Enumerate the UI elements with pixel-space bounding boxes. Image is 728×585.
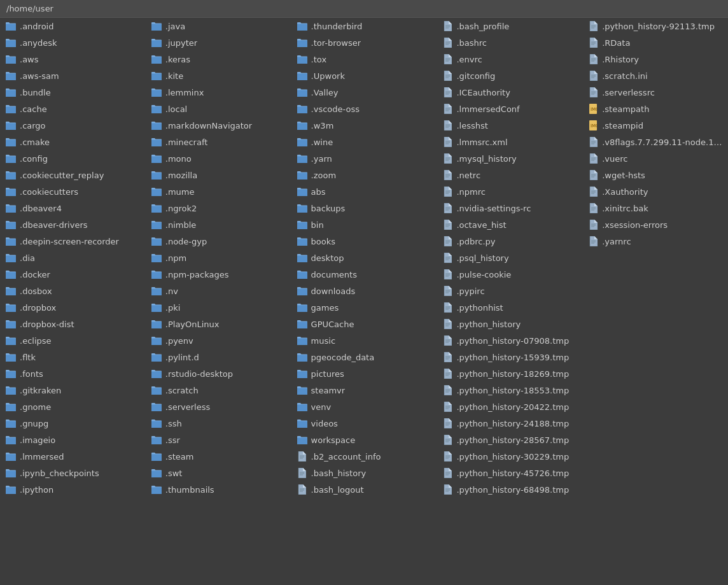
- file-item[interactable]: .python_history-20422.tmp: [437, 398, 582, 415]
- file-item[interactable]: .xinitrc.bak: [582, 200, 728, 216]
- file-item[interactable]: .steam: [146, 448, 291, 465]
- file-item[interactable]: .local: [146, 101, 291, 117]
- file-item[interactable]: .w3m: [291, 117, 437, 134]
- file-item[interactable]: .nimble: [146, 216, 291, 233]
- file-item[interactable]: .bash_history: [291, 465, 437, 481]
- file-item[interactable]: .v8flags.7.7.299.11-node.12.e: [582, 134, 728, 150]
- file-item[interactable]: .pyenv: [146, 332, 291, 349]
- file-item[interactable]: .Xauthority: [582, 183, 728, 200]
- file-item[interactable]: .eclipse: [0, 332, 146, 349]
- file-item[interactable]: .python_history-30229.tmp: [437, 448, 582, 465]
- file-item[interactable]: .mono: [146, 150, 291, 167]
- file-item[interactable]: .cmake: [0, 134, 146, 150]
- file-item[interactable]: .zoom: [291, 167, 437, 183]
- file-item[interactable]: .envrc: [437, 51, 582, 67]
- file-item[interactable]: .serverless: [146, 398, 291, 415]
- file-item[interactable]: .python_history-15939.tmp: [437, 349, 582, 365]
- file-item[interactable]: .lesshst: [437, 117, 582, 134]
- file-item[interactable]: downloads: [291, 283, 437, 299]
- file-item[interactable]: .android: [0, 18, 146, 34]
- file-item[interactable]: .ipynb_checkpoints: [0, 465, 146, 481]
- file-item[interactable]: .fltk: [0, 349, 146, 365]
- file-item[interactable]: videos: [291, 415, 437, 432]
- file-item[interactable]: abs: [291, 183, 437, 200]
- file-item[interactable]: .fonts: [0, 365, 146, 382]
- file-item[interactable]: .lemminx: [146, 84, 291, 101]
- file-item[interactable]: .pki: [146, 299, 291, 316]
- file-item[interactable]: steamvr: [291, 382, 437, 398]
- file-item[interactable]: .thumbnails: [146, 481, 291, 498]
- file-item[interactable]: .python_history-18553.tmp: [437, 382, 582, 398]
- file-item[interactable]: .bash_profile: [437, 18, 582, 34]
- file-item[interactable]: .swt: [146, 465, 291, 481]
- file-item[interactable]: IMG .steampid: [582, 117, 728, 134]
- file-item[interactable]: .keras: [146, 51, 291, 67]
- file-item[interactable]: .aws-sam: [0, 67, 146, 84]
- file-item[interactable]: .python_history-92113.tmp: [582, 18, 728, 34]
- file-item[interactable]: .b2_account_info: [291, 448, 437, 465]
- file-item[interactable]: .wget-hsts: [582, 167, 728, 183]
- file-item[interactable]: .python_history-18269.tmp: [437, 365, 582, 382]
- file-item[interactable]: .config: [0, 150, 146, 167]
- file-item[interactable]: GPUCache: [291, 316, 437, 332]
- file-item[interactable]: .rstudio-desktop: [146, 365, 291, 382]
- file-item[interactable]: documents: [291, 266, 437, 283]
- file-item[interactable]: .lmmersed: [0, 448, 146, 465]
- file-item[interactable]: .pythonhist: [437, 299, 582, 316]
- file-item[interactable]: .serverlessrc: [582, 84, 728, 101]
- file-item[interactable]: .cookiecutters: [0, 183, 146, 200]
- file-item[interactable]: .wine: [291, 134, 437, 150]
- file-item[interactable]: .tox: [291, 51, 437, 67]
- file-item[interactable]: .scratch.ini: [582, 67, 728, 84]
- file-item[interactable]: .RData: [582, 34, 728, 51]
- file-item[interactable]: .python_history-45726.tmp: [437, 465, 582, 481]
- file-item[interactable]: .npm: [146, 250, 291, 266]
- file-item[interactable]: .dia: [0, 250, 146, 266]
- file-item[interactable]: workspace: [291, 432, 437, 448]
- file-item[interactable]: .mysql_history: [437, 150, 582, 167]
- file-item[interactable]: .python_history: [437, 316, 582, 332]
- file-item[interactable]: .PlayOnLinux: [146, 316, 291, 332]
- file-item[interactable]: .imageio: [0, 432, 146, 448]
- file-item[interactable]: .pulse-cookie: [437, 266, 582, 283]
- file-item[interactable]: .lmmsrc.xml: [437, 134, 582, 150]
- file-item[interactable]: .pypirc: [437, 283, 582, 299]
- file-item[interactable]: .Valley: [291, 84, 437, 101]
- file-item[interactable]: .npmrc: [437, 183, 582, 200]
- file-item[interactable]: .bashrc: [437, 34, 582, 51]
- file-item[interactable]: .npm-packages: [146, 266, 291, 283]
- file-item[interactable]: .vscode-oss: [291, 101, 437, 117]
- file-item[interactable]: .scratch: [146, 382, 291, 398]
- file-item[interactable]: .dbeaver-drivers: [0, 216, 146, 233]
- file-item[interactable]: .python_history-07908.tmp: [437, 332, 582, 349]
- file-item[interactable]: .ICEauthority: [437, 84, 582, 101]
- file-item[interactable]: .bundle: [0, 84, 146, 101]
- file-item[interactable]: .python_history-68498.tmp: [437, 481, 582, 498]
- file-item[interactable]: .pylint.d: [146, 349, 291, 365]
- file-item[interactable]: .java: [146, 18, 291, 34]
- file-item[interactable]: .dropbox-dist: [0, 316, 146, 332]
- file-item[interactable]: .pdbrc.py: [437, 233, 582, 250]
- file-item[interactable]: .xsession-errors: [582, 216, 728, 233]
- file-item[interactable]: .aws: [0, 51, 146, 67]
- file-item[interactable]: IMG .steampath: [582, 101, 728, 117]
- file-item[interactable]: .gitconfig: [437, 67, 582, 84]
- file-item[interactable]: .ngrok2: [146, 200, 291, 216]
- file-item[interactable]: .octave_hist: [437, 216, 582, 233]
- file-item[interactable]: .psql_history: [437, 250, 582, 266]
- file-item[interactable]: books: [291, 233, 437, 250]
- file-item[interactable]: .kite: [146, 67, 291, 84]
- file-item[interactable]: .python_history-28567.tmp: [437, 432, 582, 448]
- file-item[interactable]: .thunderbird: [291, 18, 437, 34]
- file-item[interactable]: .bash_logout: [291, 481, 437, 498]
- file-item[interactable]: .cache: [0, 101, 146, 117]
- file-item[interactable]: .Upwork: [291, 67, 437, 84]
- file-item[interactable]: .gnome: [0, 398, 146, 415]
- file-item[interactable]: .dropbox: [0, 299, 146, 316]
- file-item[interactable]: .jupyter: [146, 34, 291, 51]
- file-item[interactable]: .markdownNavigator: [146, 117, 291, 134]
- file-item[interactable]: .gitkraken: [0, 382, 146, 398]
- file-item[interactable]: bin: [291, 216, 437, 233]
- file-item[interactable]: .vuerc: [582, 150, 728, 167]
- file-item[interactable]: .dosbox: [0, 283, 146, 299]
